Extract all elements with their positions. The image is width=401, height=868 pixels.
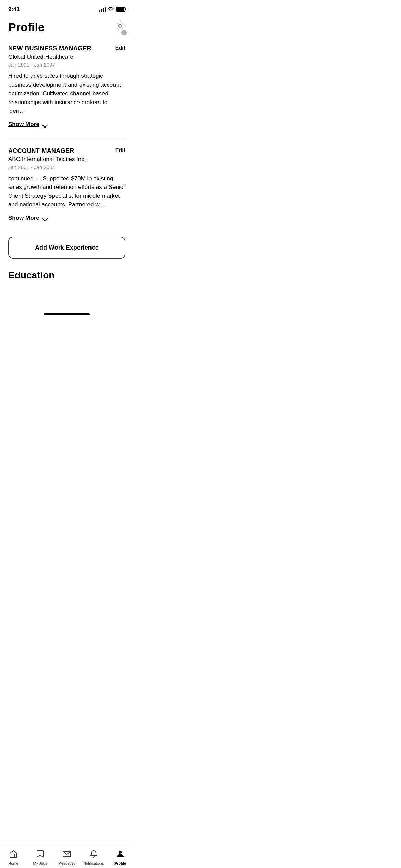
work-title-2: ACCOUNT MANAGER [8, 147, 110, 155]
show-more-label-1: Show More [8, 121, 39, 128]
work-company-1: Global United Healthcare [8, 53, 125, 60]
home-indicator [44, 313, 90, 315]
edit-button-2[interactable]: Edit [115, 147, 125, 154]
work-title-1: NEW BUSINESS MANAGER [8, 45, 110, 52]
page-title: Profile [8, 21, 45, 34]
add-work-experience-button[interactable]: Add Work Experience [8, 237, 125, 259]
work-entry-1: NEW BUSINESS MANAGER Edit Global United … [8, 39, 125, 136]
chevron-down-icon-1 [42, 122, 48, 127]
chevron-down-icon-2 [42, 215, 48, 221]
signal-bars-icon [99, 7, 106, 12]
settings-button[interactable] [114, 21, 125, 34]
work-dates-2: Jan 2001 - Jan 2004 [8, 164, 125, 170]
work-entry-header-2: ACCOUNT MANAGER Edit [8, 147, 125, 155]
work-entry-2: ACCOUNT MANAGER Edit ABC International T… [8, 142, 125, 230]
work-entry-header-1: NEW BUSINESS MANAGER Edit [8, 45, 125, 52]
svg-point-0 [119, 25, 121, 27]
education-section-title: Education [8, 270, 125, 281]
battery-icon [116, 7, 125, 12]
edit-button-1[interactable]: Edit [115, 45, 125, 51]
show-more-button-1[interactable]: Show More [8, 121, 125, 128]
work-dates-1: Jan 2001 - Jan 2007 [8, 62, 125, 68]
settings-badge [121, 30, 127, 35]
show-more-button-2[interactable]: Show More [8, 215, 125, 221]
status-icons [99, 7, 125, 12]
work-description-2: continued … Supported $70M in existing s… [8, 174, 125, 209]
show-more-label-2: Show More [8, 215, 39, 221]
wifi-icon [108, 7, 114, 12]
work-company-2: ABC International Textiles Inc. [8, 156, 125, 163]
section-divider-1 [8, 139, 125, 139]
main-content: NEW BUSINESS MANAGER Edit Global United … [0, 39, 134, 318]
status-bar: 9:41 [0, 0, 134, 16]
status-time: 9:41 [8, 6, 20, 13]
page-header: Profile [0, 16, 134, 39]
work-description-1: Hired to drive sales through strategic b… [8, 72, 125, 116]
